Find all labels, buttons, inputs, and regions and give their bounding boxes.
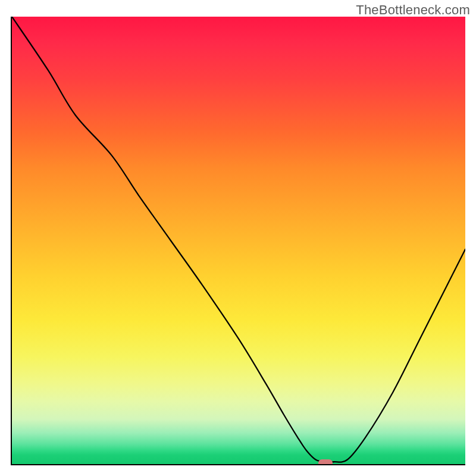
watermark-text: TheBottleneck.com — [356, 2, 470, 18]
chart-container: TheBottleneck.com — [0, 0, 476, 476]
optimal-marker — [318, 459, 333, 465]
curve-line — [12, 17, 465, 462]
curve-svg — [12, 17, 465, 464]
plot-area — [11, 17, 465, 465]
